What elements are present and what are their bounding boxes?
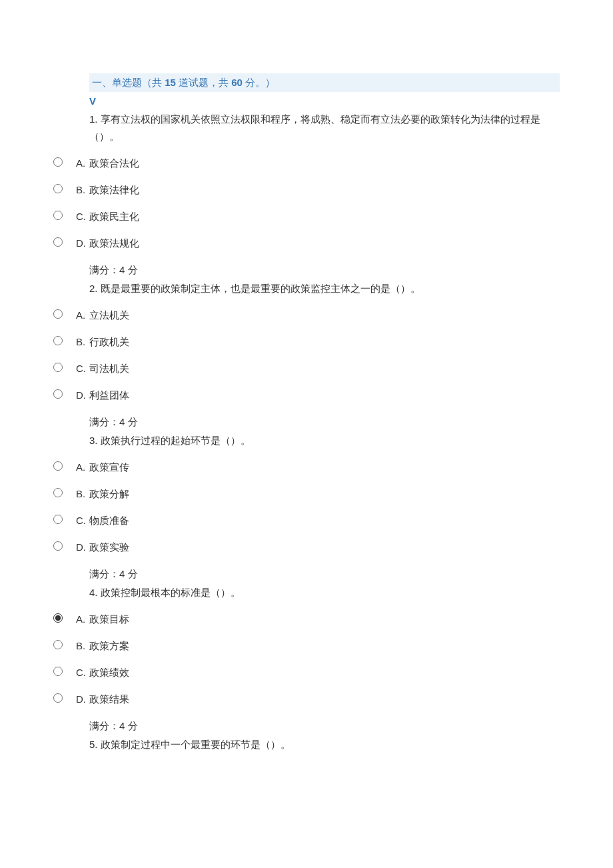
radio-cell: [53, 155, 76, 167]
option-text: 政策合法化: [89, 155, 139, 171]
option-text: 政策绩效: [89, 665, 129, 681]
option-row: C. 物质准备: [53, 513, 560, 529]
option-radio[interactable]: [53, 488, 63, 497]
option-row: D. 利益团体: [53, 387, 560, 403]
option-text: 利益团体: [89, 387, 129, 403]
option-radio[interactable]: [53, 363, 63, 372]
question-body: 既是最重要的政策制定主体，也是最重要的政策监控主体之一的是（）。: [98, 283, 420, 294]
option-letter: C.: [76, 513, 89, 529]
option-letter: A.: [76, 307, 89, 323]
option-radio[interactable]: [53, 157, 63, 167]
option-radio[interactable]: [53, 693, 63, 703]
option-letter: D.: [76, 387, 89, 403]
option-radio[interactable]: [53, 640, 63, 649]
option-radio[interactable]: [53, 389, 63, 399]
option-text: 立法机关: [89, 307, 129, 323]
section-count: 15: [165, 77, 176, 88]
question-body: 政策控制最根本的标准是（）。: [98, 587, 241, 598]
option-row: D. 政策实验: [53, 539, 560, 555]
score-label: 满分：4 分: [89, 718, 560, 734]
option-row: B. 政策法律化: [53, 182, 560, 198]
question-text: 5. 政策制定过程中一个最重要的环节是（）。: [89, 737, 560, 753]
option-row: C. 政策绩效: [53, 665, 560, 681]
option-row: A. 立法机关: [53, 307, 560, 323]
option-text: 政策方案: [89, 638, 129, 654]
option-radio[interactable]: [53, 613, 63, 623]
radio-cell: [53, 361, 76, 372]
radio-cell: [53, 307, 76, 319]
option-text: 政策目标: [89, 611, 129, 627]
option-radio[interactable]: [53, 184, 63, 193]
option-row: C. 司法机关: [53, 361, 560, 377]
question-number: 3.: [89, 435, 98, 446]
section-header: 一、单选题（共 15 道试题，共 60 分。）: [89, 73, 560, 92]
option-letter: B.: [76, 334, 89, 350]
option-letter: B.: [76, 638, 89, 654]
question-body: 享有立法权的国家机关依照立法权限和程序，将成熟、稳定而有立法必要的政策转化为法律…: [89, 113, 540, 142]
option-text: 行政机关: [89, 334, 129, 350]
option-radio[interactable]: [53, 541, 63, 551]
section-title-prefix: 一、单选题（共: [92, 77, 165, 88]
option-letter: D.: [76, 539, 89, 555]
option-text: 政策实验: [89, 539, 129, 555]
option-radio[interactable]: [53, 461, 63, 471]
radio-cell: [53, 334, 76, 345]
radio-cell: [53, 387, 76, 399]
option-letter: D.: [76, 691, 89, 707]
option-text: 政策宣传: [89, 459, 129, 475]
radio-cell: [53, 209, 76, 220]
radio-cell: [53, 182, 76, 193]
question-body: 政策制定过程中一个最重要的环节是（）。: [98, 739, 291, 750]
option-radio[interactable]: [53, 237, 63, 247]
option-radio[interactable]: [53, 309, 63, 319]
radio-cell: [53, 235, 76, 247]
radio-cell: [53, 638, 76, 649]
question-number: 2.: [89, 283, 98, 294]
option-text: 政策民主化: [89, 209, 139, 225]
question-body: 政策执行过程的起始环节是（）。: [98, 435, 251, 446]
option-text: 政策法规化: [89, 235, 139, 251]
option-row: B. 政策方案: [53, 638, 560, 654]
option-row: A. 政策宣传: [53, 459, 560, 475]
option-text: 政策结果: [89, 691, 129, 707]
section-title-suffix: 分。）: [243, 77, 275, 88]
option-letter: A.: [76, 611, 89, 627]
radio-cell: [53, 486, 76, 497]
option-row: D. 政策法规化: [53, 235, 560, 251]
option-letter: C.: [76, 361, 89, 377]
score-label: 满分：4 分: [89, 262, 560, 278]
option-letter: C.: [76, 665, 89, 681]
option-row: D. 政策结果: [53, 691, 560, 707]
radio-cell: [53, 459, 76, 471]
score-label: 满分：4 分: [89, 414, 560, 430]
option-text: 政策法律化: [89, 182, 139, 198]
option-radio[interactable]: [53, 336, 63, 345]
option-row: B. 政策分解: [53, 486, 560, 502]
section-v: V: [89, 93, 560, 109]
question-number: 4.: [89, 587, 98, 598]
question-text: 3. 政策执行过程的起始环节是（）。: [89, 433, 560, 449]
option-letter: A.: [76, 155, 89, 171]
question-text: 4. 政策控制最根本的标准是（）。: [89, 585, 560, 601]
option-letter: A.: [76, 459, 89, 475]
radio-cell: [53, 539, 76, 551]
radio-cell: [53, 665, 76, 676]
option-letter: C.: [76, 209, 89, 225]
option-letter: D.: [76, 235, 89, 251]
option-radio[interactable]: [53, 211, 63, 220]
section-total-score: 60: [231, 77, 243, 88]
question-text: 2. 既是最重要的政策制定主体，也是最重要的政策监控主体之一的是（）。: [89, 281, 560, 297]
question-text: 1. 享有立法权的国家机关依照立法权限和程序，将成熟、稳定而有立法必要的政策转化…: [89, 111, 553, 145]
option-radio[interactable]: [53, 515, 63, 524]
option-row: B. 行政机关: [53, 334, 560, 350]
radio-cell: [53, 611, 76, 623]
option-row: A. 政策目标: [53, 611, 560, 627]
option-text: 物质准备: [89, 513, 129, 529]
question-number: 5.: [89, 739, 98, 750]
radio-cell: [53, 513, 76, 524]
option-radio[interactable]: [53, 667, 63, 676]
score-label: 满分：4 分: [89, 566, 560, 582]
option-row: A. 政策合法化: [53, 155, 560, 171]
option-text: 政策分解: [89, 486, 129, 502]
question-number: 1.: [89, 113, 98, 125]
